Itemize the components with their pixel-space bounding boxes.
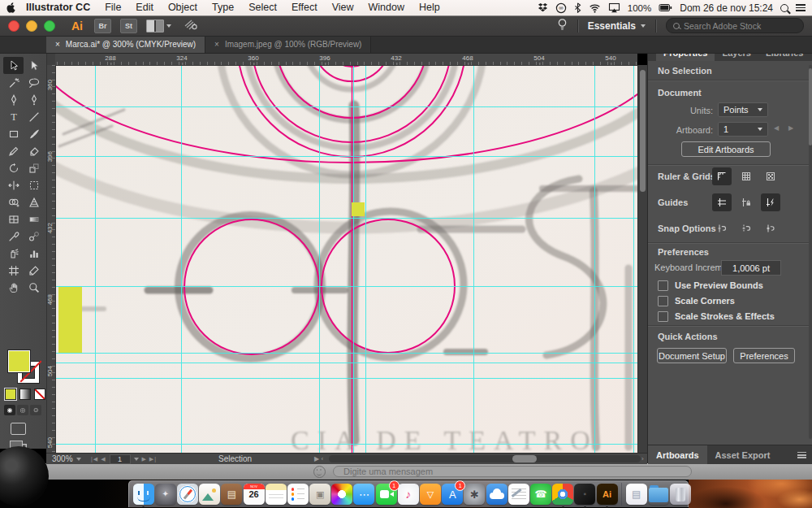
menu-item-select[interactable]: Select [241, 0, 284, 15]
window-close-button[interactable] [8, 20, 19, 32]
dock-utility-icon[interactable]: ▣ [309, 484, 330, 505]
tool-free-transform-icon[interactable] [24, 176, 44, 193]
menu-item-view[interactable]: View [325, 0, 361, 15]
tool-artboard-icon[interactable] [3, 262, 24, 279]
dock-illustrator-icon[interactable]: Ai [597, 484, 618, 505]
menubar-clock[interactable]: Dom 26 de nov 15:24 [680, 2, 773, 14]
dock-itunes-icon[interactable]: ♪ [398, 484, 419, 505]
status-expand-icon[interactable]: ▶ ‹ [314, 454, 323, 464]
tool-lasso-icon[interactable] [24, 74, 44, 91]
draw-normal-button[interactable]: ◉ [4, 405, 15, 415]
dock-photos-icon[interactable] [331, 484, 352, 505]
gpu-performance-icon[interactable] [184, 19, 198, 33]
tab-close-icon[interactable]: × [214, 40, 219, 49]
dock-safari-icon[interactable] [177, 484, 198, 505]
vertical-scrollbar-thumb[interactable] [640, 70, 646, 192]
dock-system-preferences-icon[interactable]: ✱ [464, 484, 485, 505]
window-minimize-button[interactable] [26, 20, 37, 32]
tool-mesh-icon[interactable] [3, 211, 24, 228]
dock-trash-icon[interactable] [670, 484, 691, 505]
dock-black-app-icon[interactable]: ▪ [574, 484, 595, 505]
tool-hand-icon[interactable] [3, 279, 24, 296]
dock-contacts-icon[interactable]: ▤ [221, 484, 242, 505]
units-select[interactable]: Points [718, 102, 768, 117]
dock-whatsapp-icon[interactable]: ☎ [530, 484, 551, 505]
emoji-icon[interactable] [313, 466, 326, 478]
dock-finder-icon[interactable] [133, 484, 154, 505]
bluetooth-icon[interactable] [574, 2, 581, 13]
tool-direct-selection-icon[interactable] [24, 57, 44, 74]
dock-launchpad-icon[interactable]: ✦ [155, 484, 176, 505]
horizontal-ruler[interactable]: 288324360396432468504540 [55, 54, 637, 66]
tool-shaper-icon[interactable] [3, 142, 24, 159]
tool-eraser-icon[interactable] [24, 142, 44, 159]
none-mode-button[interactable] [34, 389, 45, 400]
dock-calendar-icon[interactable]: NOV26 [244, 484, 265, 505]
vertical-ruler[interactable]: 360396432468504540 [46, 65, 56, 453]
menu-item-object[interactable]: Object [161, 0, 205, 15]
chat-message-input[interactable]: Digite uma mensagem [333, 466, 692, 477]
menu-item-edit[interactable]: Edit [128, 0, 161, 15]
checkbox-0[interactable] [658, 280, 668, 291]
screen-mode-button[interactable] [11, 423, 26, 435]
horizontal-scrollbar-thumb[interactable] [512, 455, 537, 462]
dock-notes-icon[interactable] [266, 484, 287, 505]
document-setup-button[interactable]: Document Setup [657, 348, 727, 363]
tool-perspective-grid-icon[interactable] [24, 193, 44, 211]
tab-artboards[interactable]: Artboards [648, 445, 707, 464]
dock-ibooks-icon[interactable]: ▽ [420, 484, 441, 505]
tool-rectangle-icon[interactable] [3, 125, 24, 142]
menu-item-help[interactable]: Help [412, 0, 447, 15]
dock-chrome-icon[interactable] [552, 484, 573, 505]
menu-item-window[interactable]: Window [361, 0, 412, 15]
dock-cloud-icon[interactable] [486, 484, 508, 505]
artboard-canvas[interactable]: CIA DE TEATRO [55, 65, 637, 453]
dropbox-icon[interactable] [538, 2, 548, 13]
snap-grid-toggle-icon[interactable] [736, 219, 756, 237]
lightbulb-icon[interactable] [557, 18, 568, 34]
tab-asset-export[interactable]: Asset Export [707, 445, 779, 464]
artboard-navigation[interactable]: |◀ ◀ 1 ▶ ▶| [91, 454, 157, 464]
pixel-grid-toggle-icon[interactable] [761, 167, 780, 185]
menu-item-file[interactable]: File [97, 0, 128, 15]
artboard-number-field[interactable]: 1 [110, 454, 131, 464]
draw-behind-button[interactable]: ◎ [17, 405, 28, 415]
draw-inside-button[interactable]: ⊙ [30, 405, 41, 415]
workspace-switcher[interactable]: Essentials [588, 20, 646, 32]
stock-button[interactable]: St [120, 19, 137, 33]
apple-menu-icon[interactable] [0, 2, 21, 14]
arrange-documents-icon[interactable] [146, 20, 164, 33]
spotlight-search-icon[interactable] [780, 4, 788, 12]
tool-line-icon[interactable] [24, 108, 44, 125]
preferences-button[interactable]: Preferences [733, 348, 795, 363]
tool-zoom-icon[interactable] [24, 279, 44, 296]
dock-messages-icon[interactable]: ⋯ [353, 484, 374, 505]
panel-menu-icon[interactable] [797, 452, 806, 458]
tool-paintbrush-icon[interactable] [24, 125, 44, 142]
menu-item-effect[interactable]: Effect [284, 0, 325, 15]
artboard-next-icon[interactable]: ▶ [788, 124, 793, 132]
tool-rotate-icon[interactable] [3, 159, 24, 176]
smart-guides-toggle-icon[interactable] [761, 193, 780, 211]
dock-documents-icon[interactable]: ▤ [626, 484, 647, 505]
edit-artboards-button[interactable]: Edit Artboards [681, 141, 771, 157]
dock-app-store-icon[interactable]: A1 [442, 484, 463, 505]
window-zoom-button[interactable] [44, 20, 55, 32]
dock-textedit-icon[interactable] [508, 484, 529, 505]
document-tab-1[interactable]: ×Imagem.jpeg @ 100% (RGB/Preview) [205, 36, 371, 53]
tool-scale-icon[interactable] [24, 159, 44, 176]
guide-lock-toggle-icon[interactable] [736, 193, 756, 211]
keyboard-increment-field[interactable]: 1,0006 pt [721, 260, 781, 276]
checkbox-1[interactable] [658, 296, 668, 306]
tool-magic-wand-icon[interactable] [3, 74, 24, 91]
fill-swatch[interactable] [7, 350, 31, 373]
scroll-right-arrow[interactable]: › [641, 454, 644, 464]
checkbox-2[interactable] [658, 311, 668, 322]
menu-item-illustrator-cc[interactable]: Illustrator CC [21, 0, 97, 15]
dock-reminders-icon[interactable] [287, 484, 309, 505]
tool-blend-icon[interactable] [24, 228, 44, 245]
tool-shape-builder-icon[interactable] [3, 193, 24, 211]
tool-gradient-icon[interactable] [24, 211, 44, 228]
bridge-button[interactable]: Br [94, 19, 111, 33]
tool-pen-icon[interactable] [3, 91, 24, 108]
